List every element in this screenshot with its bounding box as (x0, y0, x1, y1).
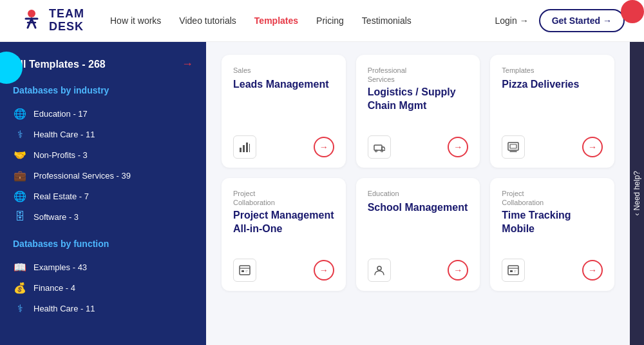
section-by-industry: Databases by industry (13, 85, 193, 95)
examples-icon: 📖 (13, 260, 27, 274)
logo-text: TEAM DESK (49, 8, 84, 34)
logo[interactable]: TEAM DESK (19, 8, 84, 34)
card-4-arrow[interactable]: → (314, 260, 334, 281)
svg-rect-7 (246, 143, 248, 152)
svg-rect-23 (510, 270, 513, 272)
nav-testimonials[interactable]: Testimonials (362, 15, 412, 26)
sidebar-item-education[interactable]: 🌐 Education - 17 (13, 103, 193, 124)
card-logistics: Professional Services Logistics / Supply… (356, 55, 480, 168)
real-estate-icon: 🌐 (13, 189, 27, 203)
svg-rect-13 (510, 144, 516, 148)
svg-point-20 (377, 266, 381, 270)
professional-services-label: Professional Services - 39 (33, 171, 131, 181)
card-2-footer: → (368, 135, 469, 159)
healthcare-fn-icon: ⚕ (13, 301, 27, 315)
need-help-label: ‹ Need help? (632, 171, 641, 215)
card-2-title: Logistics / Supply Chain Mgmt (368, 86, 469, 113)
healthcare-icon: ⚕ (13, 127, 27, 141)
card-4-header: Project Collaboration (233, 190, 334, 206)
nav-how-it-works[interactable]: How it works (110, 15, 161, 26)
card-2-arrow[interactable]: → (448, 137, 468, 157)
sidebar-item-nonprofits[interactable]: 🤝 Non-Profits - 3 (13, 144, 193, 165)
svg-rect-25 (514, 271, 516, 272)
card-5-arrow[interactable]: → (448, 260, 468, 281)
card-4-icon (233, 259, 256, 282)
svg-rect-17 (242, 270, 244, 272)
software-label: Software - 3 (33, 212, 79, 222)
logo-icon (19, 8, 44, 33)
section-by-function: Databases by function (13, 239, 193, 249)
education-label: Education - 17 (33, 109, 88, 119)
card-3-icon (502, 135, 525, 159)
get-started-button[interactable]: Get Started → (539, 9, 625, 32)
card-4-title: Project Management All-in-One (233, 209, 334, 236)
main-layout: All Templates - 268 → Databases by indus… (0, 42, 644, 345)
svg-rect-15 (240, 266, 250, 275)
logo-desk-text: DESK (49, 21, 84, 34)
card-2-subcategory: Services (368, 75, 469, 83)
card-6-icon (502, 259, 525, 282)
card-3-footer: → (502, 135, 603, 159)
card-1-arrow[interactable]: → (314, 137, 334, 157)
card-1-footer: → (233, 135, 334, 159)
svg-rect-18 (245, 270, 248, 271)
card-3-arrow[interactable]: → (582, 137, 603, 157)
sidebar: All Templates - 268 → Databases by indus… (0, 42, 206, 345)
card-time-tracking: Project Collaboration Time Tracking Mobi… (490, 178, 614, 291)
nav-actions: Login → Get Started → (495, 9, 625, 32)
all-templates-arrow[interactable]: → (182, 57, 193, 71)
all-templates-label: All Templates - 268 (13, 59, 106, 70)
sidebar-item-software[interactable]: 🗄 Software - 3 (13, 206, 193, 227)
education-icon: 🌐 (13, 106, 27, 121)
card-6-subcategory: Collaboration (502, 199, 603, 206)
card-4-footer: → (233, 259, 334, 282)
chevron-left-icon: ‹ (632, 213, 641, 216)
svg-rect-5 (240, 148, 242, 152)
cards-grid: Sales Leads Management → (222, 55, 614, 291)
card-4-subcategory: Collaboration (233, 199, 334, 206)
svg-rect-24 (514, 270, 516, 271)
sidebar-item-healthcare-fn[interactable]: ⚕ Health Care - 11 (13, 298, 193, 319)
nav-templates[interactable]: Templates (254, 15, 298, 26)
card-leads-management: Sales Leads Management → (222, 55, 346, 168)
card-school-management: Education School Management → (356, 178, 480, 291)
card-5-icon (368, 259, 391, 282)
header-dot (621, 0, 644, 23)
card-3-title: Pizza Deliveries (502, 78, 603, 92)
card-1-title: Leads Management (233, 78, 334, 92)
sidebar-item-professional-services[interactable]: 💼 Professional Services - 39 (13, 165, 193, 186)
examples-label: Examples - 43 (33, 262, 87, 272)
card-2-icon (368, 135, 391, 159)
svg-rect-19 (245, 271, 247, 272)
card-5-category: Education (368, 190, 469, 197)
card-1-icon (233, 135, 256, 159)
nav-pricing[interactable]: Pricing (316, 15, 344, 26)
healthcare-label: Health Care - 11 (33, 130, 95, 139)
svg-point-0 (28, 10, 35, 17)
login-button[interactable]: Login → (495, 15, 528, 26)
sidebar-item-examples[interactable]: 📖 Examples - 43 (13, 257, 193, 277)
card-6-category: Project (502, 190, 603, 197)
healthcare-fn-label: Health Care - 11 (33, 304, 95, 313)
professional-services-icon: 💼 (13, 168, 27, 182)
nav-video-tutorials[interactable]: Video tutorials (179, 15, 236, 26)
software-icon: 🗄 (13, 210, 27, 224)
card-6-arrow[interactable]: → (582, 260, 603, 281)
sidebar-item-real-estate[interactable]: 🌐 Real Estate - 7 (13, 186, 193, 206)
card-project-management: Project Collaboration Project Management… (222, 178, 346, 291)
finance-icon: 💰 (13, 281, 27, 295)
logo-team-text: TEAM (49, 8, 84, 21)
card-6-title: Time Tracking Mobile (502, 209, 603, 236)
real-estate-label: Real Estate - 7 (33, 192, 89, 201)
card-4-category: Project (233, 190, 334, 197)
card-3-category: Templates (502, 66, 603, 74)
svg-rect-8 (249, 144, 250, 152)
svg-point-11 (381, 150, 383, 152)
help-panel[interactable]: ‹ Need help? (630, 42, 644, 345)
card-2-category-line1: Professional Services (368, 66, 469, 83)
sidebar-item-healthcare[interactable]: ⚕ Health Care - 11 (13, 124, 193, 144)
card-5-footer: → (368, 259, 469, 282)
sidebar-item-finance[interactable]: 💰 Finance - 4 (13, 277, 193, 298)
content-area: Sales Leads Management → (206, 42, 630, 345)
svg-rect-9 (374, 145, 382, 150)
